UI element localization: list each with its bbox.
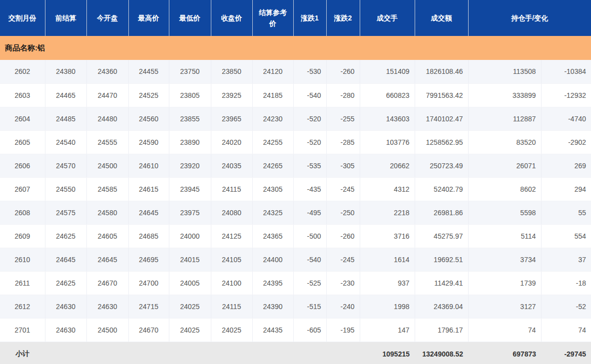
cell-month: 2607: [0, 177, 45, 201]
cell-volume: 1998: [360, 295, 415, 318]
cell-turnover: 1740102.47: [415, 107, 468, 130]
column-header-month: 交割月份: [0, 0, 45, 36]
cell-turnover: 19692.51: [415, 248, 468, 271]
cell-high: 24685: [128, 224, 169, 248]
cell-low: 23890: [169, 130, 211, 154]
cell-settle_ref: 24120: [252, 60, 293, 83]
cell-low: 23920: [169, 154, 211, 177]
cell-low: 24005: [169, 271, 211, 295]
cell-open: 24500: [86, 318, 128, 342]
cell-low: 23945: [169, 177, 211, 201]
cell-month: 2701: [0, 318, 45, 342]
column-header-volume: 成交手: [360, 0, 415, 36]
cell-turnover: 250723.49: [415, 154, 468, 177]
cell-low: 24015: [169, 248, 211, 271]
cell-oi_change: 37: [541, 248, 591, 271]
column-header-open-interest-change: 持仓手/变化: [468, 0, 591, 36]
column-header-high: 最高价: [128, 0, 169, 36]
table-row: 2701246302450024670240252402524435-605-1…: [0, 318, 591, 342]
cell-close: 23965: [211, 107, 252, 130]
table-row: 2607245502458524615239452411524305-435-2…: [0, 177, 591, 201]
cell-month: 2603: [0, 83, 45, 107]
column-header-prev-settle: 前结算: [45, 0, 86, 36]
cell-volume: 937: [360, 271, 415, 295]
cell-month: 2605: [0, 130, 45, 154]
cell-month: 2602: [0, 60, 45, 83]
column-header-turnover: 成交额: [415, 0, 468, 36]
cell-settle_ref: 24255: [252, 130, 293, 154]
cell-settle_ref: 24305: [252, 177, 293, 201]
cell-settle_ref: 24390: [252, 295, 293, 318]
cell-close: 23925: [211, 83, 252, 107]
cell-change2: -240: [326, 295, 360, 318]
cell-change2: -260: [326, 224, 360, 248]
cell-oi_change: -2902: [541, 130, 591, 154]
cell-month: 2606: [0, 154, 45, 177]
cell-change1: -535: [293, 154, 326, 177]
cell-low: 23975: [169, 201, 211, 224]
cell-high: 24695: [128, 248, 169, 271]
column-header-change2: 涨跌2: [326, 0, 360, 36]
cell-high: 24455: [128, 60, 169, 83]
cell-prev_settle: 24630: [45, 318, 86, 342]
table-row: 2609246252460524685240002412524365-500-2…: [0, 224, 591, 248]
cell-low: 23805: [169, 83, 211, 107]
cell-open: 24630: [86, 295, 128, 318]
cell-change2: -245: [326, 248, 360, 271]
cell-turnover: 24369.04: [415, 295, 468, 318]
column-header-close: 收盘价: [211, 0, 252, 36]
cell-high: 24670: [128, 318, 169, 342]
cell-change1: -605: [293, 318, 326, 342]
cell-volume: 103776: [360, 130, 415, 154]
cell-open: 24605: [86, 224, 128, 248]
cell-high: 24615: [128, 177, 169, 201]
cell-oi_change: 55: [541, 201, 591, 224]
cell-open_interest: 83520: [468, 130, 541, 154]
cell-open: 24585: [86, 177, 128, 201]
cell-change1: -515: [293, 295, 326, 318]
table-row: 2602243802436024455237502385024120-530-2…: [0, 60, 591, 83]
cell-open: 24555: [86, 130, 128, 154]
cell-month: 2608: [0, 201, 45, 224]
table-row: 2604244852448024560238552396524230-520-2…: [0, 107, 591, 130]
cell-settle_ref: 24400: [252, 248, 293, 271]
cell-prev_settle: 24380: [45, 60, 86, 83]
cell-turnover: 1258562.95: [415, 130, 468, 154]
cell-open: 24470: [86, 83, 128, 107]
cell-change1: -540: [293, 248, 326, 271]
cell-change1: -525: [293, 271, 326, 295]
cell-open: 24670: [86, 271, 128, 295]
product-name-label: 商品名称:铝: [0, 36, 591, 60]
cell-open_interest: 74: [468, 318, 541, 342]
cell-volume: 151409: [360, 60, 415, 83]
cell-oi_change: -12932: [541, 83, 591, 107]
cell-settle_ref: 24185: [252, 83, 293, 107]
cell-turnover: 45275.97: [415, 224, 468, 248]
cell-low: 24000: [169, 224, 211, 248]
cell-close: 24100: [211, 271, 252, 295]
table-row: 2610246452464524695240152410524400-540-2…: [0, 248, 591, 271]
cell-open: 24480: [86, 107, 128, 130]
cell-change1: -500: [293, 224, 326, 248]
cell-month: 2609: [0, 224, 45, 248]
table-header: 交割月份 前结算 今开盘 最高价 最低价 收盘价 结算参考价 涨跌1 涨跌2 成…: [0, 0, 591, 36]
cell-oi_change: 269: [541, 154, 591, 177]
cell-volume: 1614: [360, 248, 415, 271]
cell-volume: 2218: [360, 201, 415, 224]
cell-open: 24360: [86, 60, 128, 83]
table-footer: 小计 1095215 13249008.52 697873 -29745: [0, 342, 591, 364]
cell-open: 24580: [86, 201, 128, 224]
cell-open_interest: 3127: [468, 295, 541, 318]
cell-oi_change: -4740: [541, 107, 591, 130]
cell-change2: -195: [326, 318, 360, 342]
cell-high: 24525: [128, 83, 169, 107]
cell-change1: -520: [293, 107, 326, 130]
cell-high: 24560: [128, 107, 169, 130]
table-body: 商品名称:铝 260224380243602445523750238502412…: [0, 36, 591, 342]
header-row: 交割月份 前结算 今开盘 最高价 最低价 收盘价 结算参考价 涨跌1 涨跌2 成…: [0, 0, 591, 36]
cell-oi_change: -10384: [541, 60, 591, 83]
cell-low: 23750: [169, 60, 211, 83]
product-name-row: 商品名称:铝: [0, 36, 591, 60]
cell-close: 24125: [211, 224, 252, 248]
cell-low: 24025: [169, 318, 211, 342]
